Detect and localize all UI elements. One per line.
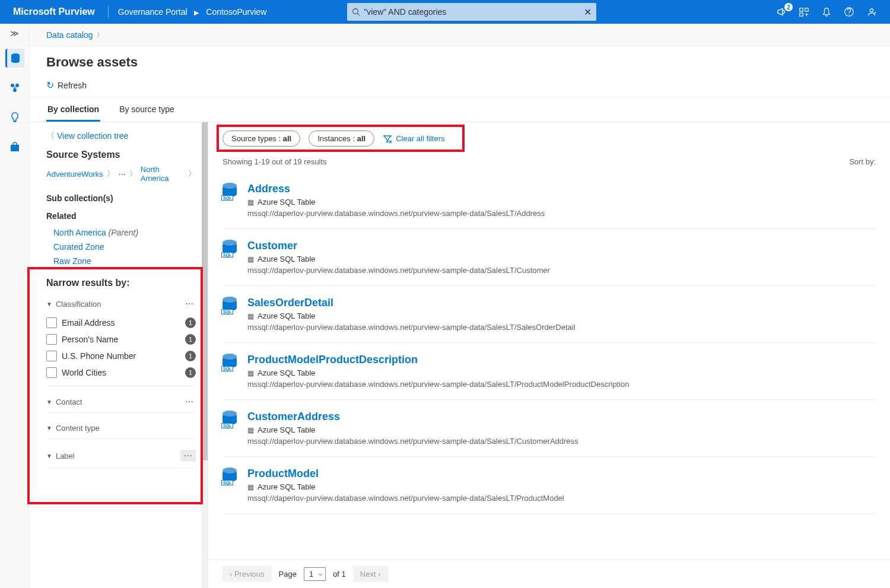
- related-item[interactable]: North America (Parent): [53, 228, 196, 237]
- asset-type: ▦Azure SQL Table: [247, 255, 550, 263]
- chevron-right-icon: 〉: [188, 169, 196, 179]
- sql-table-icon: SQL: [223, 183, 239, 218]
- scrollbar-thumb[interactable]: [202, 122, 208, 460]
- clear-filters-label: Clear all filters: [396, 134, 444, 143]
- asset-path: mssql://daperlov-purview.database.window…: [247, 266, 550, 275]
- checkbox[interactable]: [46, 367, 57, 378]
- asset-title[interactable]: ProductModelProductDescription: [247, 354, 630, 366]
- filter-item[interactable]: U.S. Phone Number1: [46, 348, 196, 364]
- next-page-button[interactable]: Next ›: [353, 566, 388, 582]
- more-icon[interactable]: ⋯: [180, 450, 196, 462]
- filter-item-count: 1: [185, 351, 196, 361]
- announcements-icon[interactable]: 2: [776, 7, 787, 17]
- results-panel: Source types : all Instances : all Clear…: [208, 122, 890, 588]
- filter-label-header[interactable]: ▼ Label ⋯: [46, 446, 196, 465]
- crumb-ellipsis[interactable]: ⋯: [118, 170, 126, 179]
- more-icon[interactable]: ⋯: [183, 397, 196, 406]
- checkbox[interactable]: [46, 334, 57, 345]
- knowledge-center-icon[interactable]: [799, 7, 809, 17]
- view-collection-tree-link[interactable]: 〈 View collection tree: [46, 131, 196, 141]
- bell-icon[interactable]: [821, 7, 832, 17]
- filter-content-type-header[interactable]: ▼ Content type: [46, 420, 196, 436]
- next-label: Next: [360, 570, 376, 579]
- filter-contact-header[interactable]: ▼ Contact ⋯: [46, 393, 196, 410]
- related-item[interactable]: Raw Zone: [53, 256, 196, 266]
- related-item[interactable]: Curated Zone: [53, 242, 196, 252]
- crumb-leaf[interactable]: North America: [141, 165, 185, 183]
- asset-path: mssql://daperlov-purview.database.window…: [247, 380, 630, 389]
- feedback-icon[interactable]: [866, 7, 877, 17]
- portal-label[interactable]: Governance Portal: [118, 7, 187, 17]
- rail-data-catalog-icon[interactable]: [5, 49, 24, 68]
- asset-title[interactable]: Customer: [247, 240, 550, 252]
- collection-breadcrumb: AdventureWorks 〉 ⋯ 〉 North America 〉: [46, 165, 196, 183]
- chevron-right-icon: 〉: [97, 30, 103, 39]
- narrow-results-heading: Narrow results by:: [46, 278, 196, 288]
- filter-label: Classification: [56, 300, 101, 309]
- svg-rect-2: [800, 8, 803, 11]
- help-icon[interactable]: [844, 7, 854, 17]
- asset-type: ▦Azure SQL Table: [247, 425, 578, 434]
- account-label[interactable]: ContosoPurview: [206, 7, 266, 17]
- asset-title[interactable]: CustomerAddress: [247, 411, 578, 423]
- related-heading: Related: [46, 211, 196, 221]
- filter-item[interactable]: World Cities1: [46, 364, 196, 381]
- caret-down-icon: ▼: [46, 425, 52, 431]
- pill-value: all: [357, 134, 365, 143]
- rail-data-map-icon[interactable]: [5, 78, 24, 97]
- filter-label: Contact: [56, 398, 82, 406]
- source-types-pill[interactable]: Source types : all: [223, 131, 300, 147]
- asset-type: ▦Azure SQL Table: [247, 482, 564, 491]
- filter-item-label: Email Address: [62, 318, 180, 328]
- tab-by-source-type[interactable]: By source type: [118, 97, 176, 122]
- more-icon[interactable]: ⋯: [183, 299, 196, 309]
- clear-search-icon[interactable]: ✕: [584, 7, 592, 18]
- page-title: Browse assets: [30, 46, 890, 76]
- rail-insights-icon[interactable]: [5, 108, 24, 127]
- svg-rect-3: [805, 8, 808, 11]
- prev-page-button[interactable]: ‹ Previous: [223, 566, 272, 582]
- checkbox[interactable]: [46, 317, 57, 328]
- asset-title[interactable]: Address: [247, 183, 545, 195]
- global-search[interactable]: ✕: [347, 3, 596, 21]
- checkbox[interactable]: [46, 351, 57, 361]
- refresh-label: Refresh: [58, 81, 87, 90]
- asset-title[interactable]: ProductModel: [247, 468, 564, 480]
- sort-by-label: Sort by:: [849, 157, 876, 166]
- filter-item-label: World Cities: [62, 368, 180, 377]
- breadcrumb-bar: Data catalog 〉: [30, 24, 890, 46]
- crumb-root[interactable]: AdventureWorks: [46, 170, 103, 179]
- back-link-label: View collection tree: [57, 131, 128, 141]
- asset-list: SQLAddress▦Azure SQL Tablemssql://daperl…: [208, 172, 890, 560]
- instances-pill[interactable]: Instances : all: [309, 131, 374, 147]
- filter-classification: ▼ Classification ⋯ Email Address1Person'…: [46, 295, 196, 386]
- page-select[interactable]: 1: [304, 567, 326, 581]
- rail-management-icon[interactable]: [5, 138, 24, 157]
- notif-badge: 2: [784, 3, 793, 11]
- tab-by-collection[interactable]: By collection: [46, 97, 100, 122]
- filter-classification-header[interactable]: ▼ Classification ⋯: [46, 295, 196, 312]
- asset-row[interactable]: SQLProductModelProductDescription▦Azure …: [223, 343, 876, 400]
- asset-type: ▦Azure SQL Table: [247, 312, 576, 320]
- search-input[interactable]: [364, 7, 580, 17]
- asset-row[interactable]: SQLSalesOrderDetail▦Azure SQL Tablemssql…: [223, 286, 876, 343]
- filter-item-count: 1: [185, 367, 196, 378]
- filter-item[interactable]: Email Address1: [46, 314, 196, 331]
- clear-filters-button[interactable]: Clear all filters: [383, 134, 444, 144]
- caret-down-icon: ▼: [46, 453, 52, 459]
- top-header: Microsoft Purview Governance Portal ▶ Co…: [0, 0, 890, 24]
- filter-item-label: Person's Name: [62, 335, 180, 344]
- asset-row[interactable]: SQLCustomer▦Azure SQL Tablemssql://daper…: [223, 229, 876, 286]
- asset-row[interactable]: SQLAddress▦Azure SQL Tablemssql://daperl…: [223, 172, 876, 229]
- refresh-button[interactable]: ↻ Refresh: [46, 80, 87, 91]
- asset-row[interactable]: SQLCustomerAddress▦Azure SQL Tablemssql:…: [223, 400, 876, 457]
- asset-title[interactable]: SalesOrderDetail: [247, 297, 576, 309]
- expand-rail-icon[interactable]: ≫: [10, 28, 19, 38]
- breadcrumb-link[interactable]: Data catalog: [46, 30, 93, 40]
- scrollbar-track[interactable]: [202, 122, 208, 588]
- collection-title: Source Systems: [46, 150, 196, 160]
- asset-row[interactable]: SQLProductModel▦Azure SQL Tablemssql://d…: [223, 457, 876, 514]
- filter-label: Content type: [56, 424, 100, 433]
- svg-line-1: [358, 14, 360, 16]
- filter-item[interactable]: Person's Name1: [46, 331, 196, 348]
